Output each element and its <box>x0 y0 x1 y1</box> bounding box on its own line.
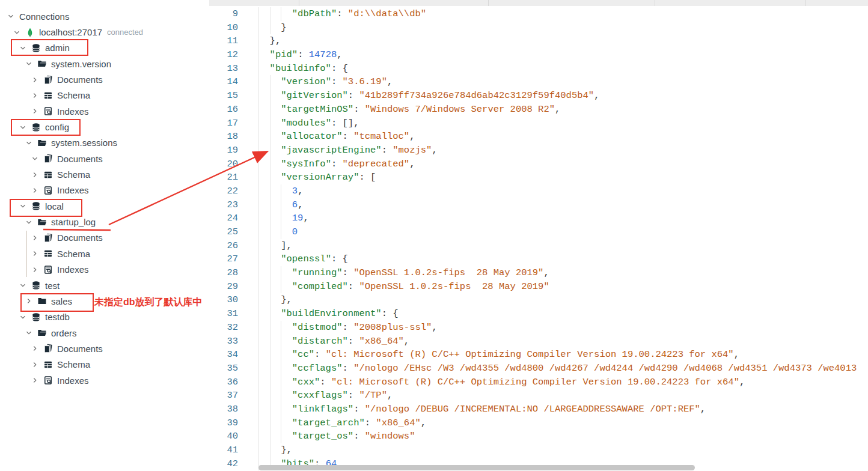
line-number: 16 <box>209 103 238 117</box>
chevron-down-icon[interactable] <box>24 328 34 338</box>
tree-item-label: Indexes <box>57 106 89 117</box>
line-number: 39 <box>209 416 238 430</box>
tree-item-label: sales <box>51 296 72 306</box>
code-line-content: "allocator": "tcmalloc", <box>258 130 868 144</box>
editor-tab[interactable] <box>299 0 489 6</box>
chevron-right-icon[interactable] <box>30 249 40 258</box>
tree-item-localhost-27017[interactable]: localhost:27017connected <box>0 24 209 40</box>
database-icon <box>31 123 41 132</box>
tree-item-admin[interactable]: admin <box>0 40 209 56</box>
code-line-content: 0 <box>258 225 868 239</box>
tree-item-startup-log[interactable]: startup_log <box>0 214 209 229</box>
tree-item-system-version[interactable]: system.version <box>0 56 209 71</box>
code-line: 33 "distarch": "x86_64", <box>209 335 868 348</box>
tree-item-local[interactable]: local <box>0 198 209 214</box>
tree-item-schema[interactable]: Schema <box>0 357 209 372</box>
tree-item-indexes[interactable]: Indexes <box>0 183 209 198</box>
mongo-leaf-icon <box>25 28 35 37</box>
connections-tree: Connectionslocalhost:27017connectedadmin… <box>0 8 209 388</box>
chevron-right-icon[interactable] <box>30 344 40 353</box>
code-line: 10 } <box>209 21 868 35</box>
code-line: 24 19, <box>209 211 868 225</box>
code-line: 19 "javascriptEngine": "mozjs", <box>209 144 868 157</box>
code-line: 9 "dbPath": "d:\\data\\db" <box>209 7 868 21</box>
code-line: 22 3, <box>209 184 868 198</box>
horizontal-scrollbar[interactable] <box>258 465 695 470</box>
code-line: 26 ], <box>209 239 868 253</box>
chevron-right-icon[interactable] <box>30 75 40 85</box>
tree-item-schema[interactable]: Schema <box>0 88 209 103</box>
chevron-down-icon[interactable] <box>18 201 28 211</box>
code-line-content: "target_arch": "x86_64", <box>258 416 868 430</box>
code-line-content: "linkflags": "/nologo /DEBUG /INCREMENTA… <box>258 403 868 416</box>
tree-item-config[interactable]: config <box>0 119 209 135</box>
chevron-down-icon[interactable] <box>30 154 40 163</box>
tree-item-label: Schema <box>57 249 90 259</box>
line-number: 19 <box>209 144 238 157</box>
code-line-content: "running": "OpenSSL 1.0.2s-fips 28 May 2… <box>258 266 868 280</box>
chevron-down-icon[interactable] <box>24 138 34 148</box>
editor-tab[interactable] <box>209 0 299 6</box>
schema-icon <box>43 360 53 369</box>
tree-item-sales[interactable]: sales <box>0 293 209 309</box>
chevron-right-icon[interactable] <box>30 265 40 275</box>
tree-item-orders[interactable]: orders <box>0 325 209 341</box>
tree-item-indexes[interactable]: Indexes <box>0 262 209 278</box>
tree-item-schema[interactable]: Schema <box>0 246 209 261</box>
chevron-right-icon[interactable] <box>30 170 40 180</box>
tree-item-documents[interactable]: Documents <box>0 230 209 246</box>
code-line-content: "cxxflags": "/TP", <box>258 389 868 403</box>
chevron-down-icon[interactable] <box>24 59 34 68</box>
chevron-down-icon[interactable] <box>24 217 34 227</box>
tree-item-indexes[interactable]: Indexes <box>0 372 209 388</box>
documents-icon <box>43 75 53 85</box>
tree-item-label: Connections <box>19 11 69 22</box>
code-line-content: "openssl": { <box>258 252 868 266</box>
editor-tab[interactable] <box>655 0 806 6</box>
line-number: 24 <box>209 211 238 225</box>
chevron-down-icon[interactable] <box>12 28 22 37</box>
tree-item-label: Documents <box>57 344 103 354</box>
chevron-right-icon[interactable] <box>30 186 40 195</box>
tree-item-schema[interactable]: Schema <box>0 166 209 182</box>
tree-item-documents[interactable]: Documents <box>0 71 209 87</box>
chevron-right-icon[interactable] <box>30 106 40 116</box>
code-line: 23 6, <box>209 198 868 212</box>
code-line: 38 "linkflags": "/nologo /DEBUG /INCREME… <box>209 403 868 416</box>
code-line: 34 "cc": "cl: Microsoft (R) C/C++ Optimi… <box>209 348 868 362</box>
chevron-right-icon[interactable] <box>30 375 40 385</box>
tree-item-system-sessions[interactable]: system.sessions <box>0 135 209 151</box>
editor-tab[interactable] <box>806 0 868 6</box>
tree-item-documents[interactable]: Documents <box>0 341 209 356</box>
tree-item-label: testdb <box>45 312 70 322</box>
chevron-down-icon[interactable] <box>18 123 28 132</box>
tree-item-testdb[interactable]: testdb <box>0 309 209 325</box>
tree-item-documents[interactable]: Documents <box>0 151 209 166</box>
code-line: 12 "pid": 14728, <box>209 48 868 62</box>
tree-item-test[interactable]: test <box>0 278 209 293</box>
chevron-right-icon[interactable] <box>30 91 40 100</box>
line-number: 25 <box>209 225 238 239</box>
line-number: 21 <box>209 171 238 184</box>
chevron-right-icon[interactable] <box>24 296 34 306</box>
code-line-content: "version": "3.6.19", <box>258 75 868 89</box>
tree-item-indexes[interactable]: Indexes <box>0 103 209 119</box>
line-number: 14 <box>209 75 238 89</box>
editor-tab[interactable] <box>489 0 655 6</box>
code-line: 25 0 <box>209 225 868 239</box>
code-line-content: "gitVersion": "41b289ff734a926e784d6ab42… <box>258 89 868 103</box>
line-number: 40 <box>209 430 238 443</box>
chevron-down-icon[interactable] <box>18 312 28 322</box>
line-number: 27 <box>209 252 238 266</box>
tree-item-label: system.version <box>51 59 111 69</box>
code-line: 39 "target_arch": "x86_64", <box>209 416 868 430</box>
tree-item-connections[interactable]: Connections <box>0 8 209 24</box>
chevron-down-icon[interactable] <box>18 43 28 53</box>
tree-item-label: Indexes <box>57 264 89 275</box>
chevron-down-icon[interactable] <box>18 281 28 290</box>
chevron-right-icon[interactable] <box>30 233 40 243</box>
folder-open-icon <box>37 138 47 148</box>
chevron-right-icon[interactable] <box>30 360 40 369</box>
chevron-down-icon[interactable] <box>6 11 16 21</box>
code-line-content: "sysInfo": "deprecated", <box>258 157 868 171</box>
